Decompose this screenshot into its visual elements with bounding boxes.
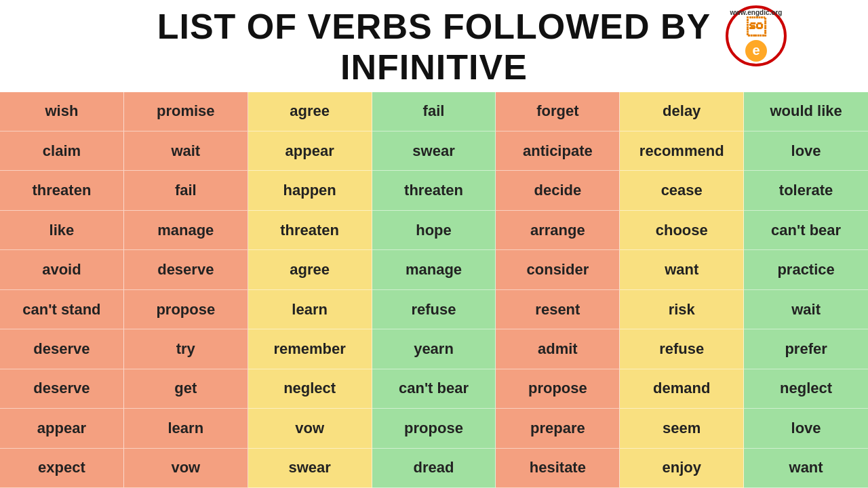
cell-3-2: threaten — [372, 171, 496, 210]
cell-4-4: consider — [496, 250, 620, 289]
cell-4-1: anticipate — [496, 131, 620, 171]
cell-4-6: admit — [496, 329, 620, 369]
verb-table: wishclaimthreatenlikeavoidcan't standdes… — [0, 92, 868, 488]
cell-4-5: resent — [496, 290, 620, 329]
cell-2-7: neglect — [248, 369, 372, 409]
cell-2-6: remember — [248, 329, 372, 369]
cell-0-6: deserve — [0, 329, 124, 369]
logo-badge: www.engdic.org  e — [726, 5, 787, 66]
cell-2-3: threaten — [248, 211, 372, 250]
cell-2-1: appear — [248, 131, 372, 171]
cell-0-4: avoid — [0, 250, 124, 289]
column-2: agreeappearhappenthreatenagreelearnremem… — [248, 92, 372, 488]
cell-6-4: practice — [744, 250, 868, 289]
cell-1-2: fail — [124, 171, 248, 210]
cell-0-2: threaten — [0, 171, 124, 210]
cell-4-7: propose — [496, 369, 620, 409]
header: LIST OF VERBS FOLLOWED BY INFINITIVE www… — [0, 0, 868, 92]
cell-2-8: vow — [248, 409, 372, 448]
cell-3-6: yearn — [372, 329, 496, 369]
cell-0-9: expect — [0, 449, 124, 488]
cell-1-4: deserve — [124, 250, 248, 289]
cell-3-1: swear — [372, 131, 496, 171]
cell-5-6: refuse — [620, 329, 744, 369]
cell-6-8: love — [744, 409, 868, 448]
cell-0-3: like — [0, 211, 124, 250]
cell-1-5: propose — [124, 290, 248, 329]
cell-2-4: agree — [248, 250, 372, 289]
cell-4-0: forget — [496, 92, 620, 131]
cell-3-4: manage — [372, 250, 496, 289]
cell-5-5: risk — [620, 290, 744, 329]
cell-0-8: appear — [0, 409, 124, 448]
column-0: wishclaimthreatenlikeavoidcan't standdes… — [0, 92, 124, 488]
cell-5-9: enjoy — [620, 449, 744, 488]
cell-5-8: seem — [620, 409, 744, 448]
cell-5-0: delay — [620, 92, 744, 131]
cell-2-2: happen — [248, 171, 372, 210]
cell-4-3: arrange — [496, 211, 620, 250]
cell-2-0: agree — [248, 92, 372, 131]
cell-5-2: cease — [620, 171, 744, 210]
cell-3-7: can't bear — [372, 369, 496, 409]
cell-1-0: promise — [124, 92, 248, 131]
logo-url: www.engdic.org — [730, 9, 783, 16]
cell-6-6: prefer — [744, 329, 868, 369]
cell-1-1: wait — [124, 131, 248, 171]
column-6: would likelovetoleratecan't bearpractice… — [744, 92, 868, 488]
logo-icon:  — [747, 16, 766, 39]
cell-3-8: propose — [372, 409, 496, 448]
cell-6-5: wait — [744, 290, 868, 329]
cell-6-3: can't bear — [744, 211, 868, 250]
cell-4-9: hesitate — [496, 449, 620, 488]
cell-0-0: wish — [0, 92, 124, 131]
cell-1-7: get — [124, 369, 248, 409]
cell-6-9: want — [744, 449, 868, 488]
logo-svg: e — [744, 39, 768, 63]
app: LIST OF VERBS FOLLOWED BY INFINITIVE www… — [0, 0, 868, 488]
cell-1-8: learn — [124, 409, 248, 448]
cell-4-2: decide — [496, 171, 620, 210]
cell-3-0: fail — [372, 92, 496, 131]
cell-1-6: try — [124, 329, 248, 369]
cell-1-3: manage — [124, 211, 248, 250]
cell-6-1: love — [744, 131, 868, 171]
column-1: promisewaitfailmanagedeserveproposetryge… — [124, 92, 248, 488]
cell-0-5: can't stand — [0, 290, 124, 329]
column-3: failswearthreatenhopemanagerefuseyearnca… — [372, 92, 496, 488]
cell-5-3: choose — [620, 211, 744, 250]
cell-3-5: refuse — [372, 290, 496, 329]
column-4: forgetanticipatedecidearrangeconsiderres… — [496, 92, 620, 488]
cell-0-1: claim — [0, 131, 124, 171]
cell-5-4: want — [620, 250, 744, 289]
svg-text:e: e — [752, 43, 760, 58]
cell-6-0: would like — [744, 92, 868, 131]
cell-6-7: neglect — [744, 369, 868, 409]
cell-6-2: tolerate — [744, 171, 868, 210]
cell-2-9: swear — [248, 449, 372, 488]
cell-1-9: vow — [124, 449, 248, 488]
cell-5-7: demand — [620, 369, 744, 409]
cell-5-1: recommend — [620, 131, 744, 171]
cell-3-3: hope — [372, 211, 496, 250]
cell-3-9: dread — [372, 449, 496, 488]
cell-2-5: learn — [248, 290, 372, 329]
cell-4-8: prepare — [496, 409, 620, 448]
cell-0-7: deserve — [0, 369, 124, 409]
column-5: delayrecommendceasechoosewantriskrefused… — [620, 92, 744, 488]
